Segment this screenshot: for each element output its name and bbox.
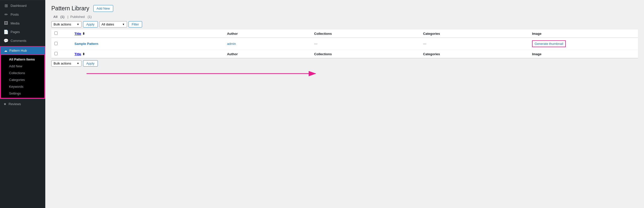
tfoot-th-collections-label: Collections <box>314 52 332 56</box>
sidebar: ⊞ Dashboard ✏ Posts 🖼 Media 📄 Pages 💬 Co… <box>0 0 45 208</box>
submenu-item-categories[interactable]: Categories <box>1 76 44 83</box>
top-apply-button[interactable]: Apply <box>83 21 98 27</box>
table-footer-row: Title ⬍ Author Collections Categories <box>51 50 638 58</box>
pattern-hub-submenu: All Pattern Items Add New Collections Ca… <box>1 54 45 98</box>
sidebar-item-pages[interactable]: 📄 Pages <box>0 27 45 36</box>
sidebar-item-label: Media <box>11 21 19 25</box>
sidebar-item-pattern-hub[interactable]: ☁ Pattern Hub <box>1 47 45 54</box>
bulk-actions-chevron: ▼ <box>77 23 79 26</box>
sidebar-item-label: Pages <box>11 30 20 34</box>
th-image: Image <box>529 29 638 38</box>
row-checkbox-cell <box>51 38 71 50</box>
tfoot-th-categories-label: Categories <box>423 52 440 56</box>
tfoot-sort-title-link[interactable]: Title <box>74 52 81 56</box>
bulk-actions-select[interactable]: Bulk actions ▼ <box>51 21 82 27</box>
th-image-label: Image <box>532 32 542 36</box>
submenu-label: Collections <box>9 71 25 75</box>
page-header: Pattern Library Add New <box>51 5 638 12</box>
row-title-cell: Sample Pattern <box>71 38 224 50</box>
row-author-link[interactable]: admin <box>227 42 236 46</box>
submenu-label: Settings <box>9 92 21 95</box>
tfoot-th-author-label: Author <box>227 52 238 56</box>
submenu-item-keywords[interactable]: Keywords <box>1 83 44 90</box>
reviews-label: Reviews <box>9 102 21 106</box>
sidebar-item-comments[interactable]: 💬 Comments <box>0 36 45 45</box>
date-filter-label: All dates <box>102 22 114 26</box>
pages-icon: 📄 <box>4 29 9 34</box>
page-title: Pattern Library <box>51 5 89 12</box>
row-title-link[interactable]: Sample Pattern <box>74 42 98 46</box>
th-author: Author <box>224 29 311 38</box>
tfoot-th-image-label: Image <box>532 52 542 56</box>
tfoot-th-collections: Collections <box>311 50 420 58</box>
add-new-button[interactable]: Add New <box>93 5 113 12</box>
submenu-label: All Pattern Items <box>9 57 35 61</box>
sidebar-item-media[interactable]: 🖼 Media <box>0 19 45 27</box>
bottom-bulk-actions-chevron: ▼ <box>77 62 79 65</box>
row-categories-value: — <box>423 42 426 46</box>
pattern-hub-label: Pattern Hub <box>9 49 27 52</box>
th-author-label: Author <box>227 32 238 36</box>
submenu-label: Add New <box>9 64 22 68</box>
sort-icon: ⬍ <box>82 32 85 36</box>
th-categories: Categories <box>420 29 529 38</box>
pattern-table: Title ⬍ Author Collections Categories <box>51 29 638 58</box>
tfoot-sort-icon: ⬍ <box>82 52 85 56</box>
bottom-apply-button[interactable]: Apply <box>83 60 98 67</box>
sort-title-link[interactable]: Title <box>74 32 81 36</box>
th-checkbox <box>51 29 71 38</box>
row-collections-cell: — <box>311 38 420 50</box>
filter-all-label: All <box>53 15 58 19</box>
th-categories-label: Categories <box>423 32 440 36</box>
filter-all-count: (1) <box>60 15 64 19</box>
tfoot-th-title: Title ⬍ <box>71 50 224 58</box>
sidebar-item-reviews[interactable]: ★ Reviews <box>0 100 45 108</box>
posts-icon: ✏ <box>4 12 9 17</box>
submenu-item-all-pattern-items[interactable]: All Pattern Items <box>1 56 44 63</box>
table-row: Sample Pattern admin — — Generate thumbn… <box>51 38 638 50</box>
generate-thumbnail-link[interactable]: Generate thumbnail <box>535 42 563 46</box>
submenu-item-collections[interactable]: Collections <box>1 70 44 76</box>
filter-button[interactable]: Filter <box>129 21 142 27</box>
sidebar-item-label: Posts <box>11 13 19 16</box>
filter-published-count: (1) <box>88 15 92 19</box>
th-title-label: Title <box>74 32 81 36</box>
filter-published[interactable]: Published (1) <box>69 15 93 19</box>
bottom-bulk-actions-select[interactable]: Bulk actions ▼ <box>51 60 82 67</box>
tfoot-th-image: Image <box>529 50 638 58</box>
row-categories-cell: — <box>420 38 529 50</box>
row-image-cell: Generate thumbnail <box>529 38 638 50</box>
submenu-item-add-new[interactable]: Add New <box>1 63 44 70</box>
sidebar-item-label: Dashboard <box>11 4 27 8</box>
table-header-row: Title ⬍ Author Collections Categories <box>51 29 638 38</box>
select-all-footer-checkbox[interactable] <box>54 52 58 55</box>
filter-all[interactable]: All (1) <box>52 15 65 19</box>
pattern-hub-section: ☁ Pattern Hub All Pattern Items Add New … <box>0 46 45 99</box>
date-chevron: ▼ <box>122 23 125 26</box>
sidebar-item-posts[interactable]: ✏ Posts <box>0 10 45 19</box>
bottom-tablenav: Bulk actions ▼ Apply <box>51 60 638 67</box>
pattern-hub-icon: ☁ <box>4 49 7 52</box>
tfoot-th-title-label: Title <box>74 52 81 56</box>
sidebar-item-dashboard[interactable]: ⊞ Dashboard <box>0 1 45 10</box>
image-highlight-box: Generate thumbnail <box>532 40 566 47</box>
date-filter-select[interactable]: All dates ▼ <box>99 21 127 27</box>
row-collections-value: — <box>314 42 317 46</box>
filter-separator: | <box>67 15 68 19</box>
reviews-icon: ★ <box>4 102 7 106</box>
submenu-label: Categories <box>9 78 25 82</box>
submenu-label: Keywords <box>9 85 23 88</box>
bottom-bulk-actions-label: Bulk actions <box>54 62 71 65</box>
select-all-checkbox[interactable] <box>54 32 58 35</box>
th-collections-label: Collections <box>314 32 332 36</box>
main-content: Pattern Library Add New All (1) | Publis… <box>45 0 644 208</box>
media-icon: 🖼 <box>4 21 9 25</box>
row-checkbox[interactable] <box>54 42 58 45</box>
comments-icon: 💬 <box>4 38 9 43</box>
filter-published-label: Published <box>70 15 85 19</box>
top-tablenav: Bulk actions ▼ Apply All dates ▼ Filter <box>51 21 638 27</box>
tfoot-th-checkbox <box>51 50 71 58</box>
submenu-item-settings[interactable]: Settings <box>1 90 44 97</box>
tfoot-th-categories: Categories <box>420 50 529 58</box>
sidebar-item-label: Comments <box>11 39 26 43</box>
